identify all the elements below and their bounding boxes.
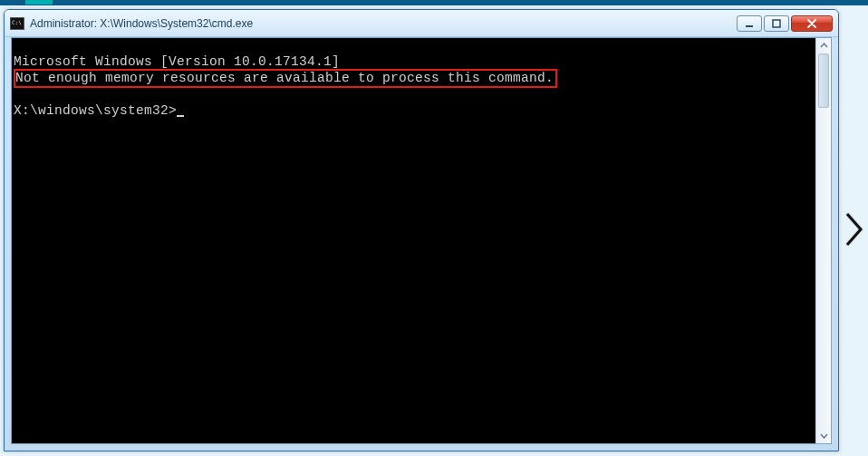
- error-line-highlight: Not enough memory resources are availabl…: [14, 69, 557, 88]
- minimize-button[interactable]: [737, 15, 762, 32]
- chevron-up-icon: [820, 42, 828, 50]
- scroll-down-button[interactable]: [816, 428, 832, 443]
- window-title: Administrator: X:\Windows\System32\cmd.e…: [30, 17, 253, 30]
- text-cursor: [177, 115, 184, 117]
- version-line: Microsoft Windows [Version 10.0.17134.1]: [14, 54, 340, 69]
- close-button[interactable]: [791, 15, 833, 32]
- next-overlay-button[interactable]: [841, 204, 868, 254]
- window-controls: [737, 15, 833, 32]
- chevron-down-icon: [820, 432, 828, 440]
- client-area: Microsoft Windows [Version 10.0.17134.1]…: [11, 37, 832, 444]
- prompt: X:\windows\system32>: [14, 103, 177, 118]
- cmd-icon: [10, 17, 24, 30]
- titlebar[interactable]: Administrator: X:\Windows\System32\cmd.e…: [5, 10, 838, 37]
- scrollbar-track[interactable]: [816, 53, 831, 428]
- error-line: Not enough memory resources are availabl…: [15, 71, 554, 85]
- chevron-right-icon: [844, 211, 864, 247]
- vertical-scrollbar[interactable]: [815, 38, 831, 443]
- console-output: Microsoft Windows [Version 10.0.17134.1]…: [12, 38, 815, 120]
- svg-rect-0: [746, 25, 753, 27]
- background-fragment: [0, 0, 868, 5]
- cmd-window: Administrator: X:\Windows\System32\cmd.e…: [4, 9, 839, 451]
- console-viewport[interactable]: Microsoft Windows [Version 10.0.17134.1]…: [12, 38, 815, 443]
- maximize-button[interactable]: [764, 15, 789, 32]
- scroll-up-button[interactable]: [816, 38, 832, 53]
- scrollbar-thumb[interactable]: [818, 53, 829, 108]
- svg-rect-1: [773, 20, 780, 27]
